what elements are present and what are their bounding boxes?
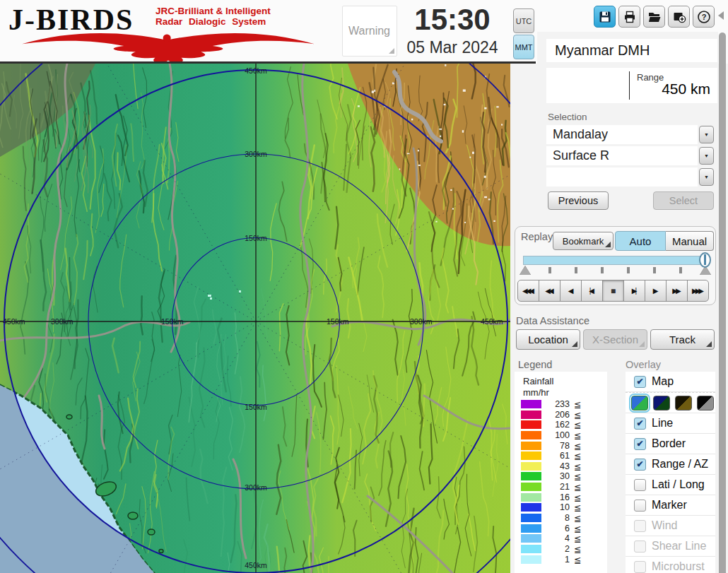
- extra-select-arrow[interactable]: ▼: [699, 168, 714, 186]
- x-section-button[interactable]: X-Section: [583, 329, 647, 350]
- legend-operator: ≦: [574, 524, 581, 534]
- map-style-navy-darkgreen[interactable]: [653, 396, 670, 410]
- site-select[interactable]: Mandalay: [546, 125, 698, 144]
- replay-range-start-marker[interactable]: [519, 266, 531, 275]
- play-reverse-button[interactable]: ◀: [560, 280, 582, 302]
- chevron-down-icon: ▼: [704, 153, 709, 158]
- save-icon: [598, 10, 612, 24]
- overlay-item-line[interactable]: ✔Line: [626, 413, 715, 434]
- warning-button[interactable]: Warning: [342, 6, 397, 57]
- bookmark-button[interactable]: Bookmark: [553, 232, 613, 250]
- open-folder-button[interactable]: [643, 6, 665, 28]
- slider-tick: [679, 267, 682, 273]
- panel-collapse-icon[interactable]: [718, 11, 724, 20]
- overlay-item-range-az[interactable]: ✔Range / AZ: [626, 454, 715, 475]
- legend-operator: ≦: [574, 410, 581, 420]
- fast-rewind-button[interactable]: ◀◀: [539, 280, 560, 302]
- step-forward-button[interactable]: ▶|: [623, 280, 645, 302]
- overlay-label: Overlay: [626, 359, 661, 370]
- legend-row: 162≦: [515, 420, 607, 430]
- image-capture-button[interactable]: [668, 6, 690, 28]
- legend-swatch: [521, 410, 541, 419]
- legend-operator: ≦: [574, 461, 581, 472]
- fastest-forward-button[interactable]: ▶▶▶: [687, 280, 709, 302]
- toolbar: ?: [594, 6, 715, 28]
- overlay-item-label: Border: [652, 437, 686, 450]
- play-button[interactable]: ▶: [645, 280, 667, 302]
- checkbox-icon[interactable]: ✔: [634, 500, 646, 512]
- overlay-item-lati-long[interactable]: ✔Lati / Long: [626, 475, 715, 495]
- checkbox-icon[interactable]: ✔: [634, 540, 646, 553]
- step-back-button[interactable]: |◀: [581, 280, 603, 302]
- site-select-arrow[interactable]: ▼: [699, 126, 714, 143]
- mmt-button[interactable]: MMT: [513, 35, 534, 59]
- checkbox-icon[interactable]: ✔: [634, 459, 646, 471]
- track-button[interactable]: Track: [650, 329, 715, 350]
- extra-select[interactable]: [546, 167, 698, 187]
- svg-text:300km: 300km: [51, 317, 74, 326]
- slider-tick: [653, 267, 656, 273]
- stop-button[interactable]: ■: [602, 280, 624, 302]
- checkbox-icon[interactable]: ✔: [634, 520, 646, 532]
- checkbox-icon[interactable]: ✔: [634, 561, 646, 573]
- legend-value: 100: [543, 430, 570, 440]
- save-button[interactable]: [594, 6, 616, 28]
- checkbox-icon[interactable]: ✔: [634, 479, 646, 491]
- overlay-item-label: Map: [652, 375, 674, 388]
- legend-swatch: [521, 462, 541, 471]
- map-style-black-olive[interactable]: [675, 396, 692, 410]
- overlay-item-shear-line[interactable]: ✔Shear Line: [626, 536, 715, 557]
- legend-value: 16: [543, 492, 570, 502]
- map-style-blue-green[interactable]: [631, 396, 648, 410]
- replay-slider-track[interactable]: [523, 256, 708, 265]
- legend-row: 233≦: [515, 399, 607, 410]
- data-assistance-label: Data Assistance: [516, 315, 589, 326]
- overlay-item-marker[interactable]: ✔Marker: [626, 495, 715, 516]
- legend-value: 10: [543, 502, 570, 512]
- legend-value: 233: [543, 399, 570, 409]
- location-label: Location: [528, 333, 568, 345]
- fastest-rewind-button[interactable]: ◀◀◀: [517, 280, 539, 302]
- product-select[interactable]: Surface R: [546, 146, 698, 165]
- legend-row: 206≦: [515, 410, 607, 420]
- overlay-item-wind[interactable]: ✔Wind: [626, 516, 715, 536]
- overlay-item-microburst[interactable]: ✔Microburst: [626, 557, 715, 573]
- clock: 15:30 05 Mar 2024: [396, 3, 509, 58]
- legend-operator: ≦: [574, 533, 581, 544]
- product-select-arrow[interactable]: ▼: [699, 147, 714, 165]
- chevron-down-icon: ▼: [704, 175, 709, 179]
- overlay-item-map[interactable]: ✔Map: [626, 372, 715, 392]
- svg-text:450km: 450km: [245, 66, 267, 75]
- clock-date: 05 Mar 2024: [396, 37, 509, 58]
- legend-swatch: [521, 503, 541, 512]
- range-label: Range: [637, 72, 664, 83]
- x-section-corner-icon: [639, 341, 645, 347]
- panel-scrollbar[interactable]: [719, 33, 726, 573]
- range-value: 450 km: [662, 81, 710, 98]
- overlay-item-border[interactable]: ✔Border: [626, 434, 715, 454]
- legend-value: 1: [543, 555, 570, 565]
- checkbox-icon[interactable]: ✔: [634, 438, 646, 450]
- help-button[interactable]: ?: [693, 6, 715, 28]
- legend-row: 2≦: [515, 544, 607, 555]
- legend-operator: ≦: [574, 492, 581, 503]
- legend-label: Legend: [518, 359, 552, 370]
- legend-row: 21≦: [515, 482, 607, 492]
- manual-mode-button[interactable]: Manual: [666, 231, 714, 251]
- print-button[interactable]: [618, 6, 640, 28]
- replay-slider-handle[interactable]: [699, 252, 711, 268]
- checkbox-icon[interactable]: ✔: [634, 376, 646, 388]
- map-style-black-gray[interactable]: [697, 396, 714, 410]
- overlay-item-label: Range / AZ: [652, 458, 708, 471]
- radar-map[interactable]: 450km 300km 150km 150km 300km 450km 450k…: [0, 64, 510, 573]
- fast-forward-button[interactable]: ▶▶: [666, 280, 688, 302]
- location-button[interactable]: Location: [516, 329, 580, 350]
- select-button[interactable]: Select: [653, 191, 714, 210]
- legend-row: 16≦: [515, 492, 607, 503]
- utc-button[interactable]: UTC: [513, 8, 534, 33]
- auto-mode-button[interactable]: Auto: [615, 231, 666, 251]
- app-tagline: JRC-Brilliant & Intelligent Radar Dialog…: [155, 6, 271, 27]
- checkbox-icon[interactable]: ✔: [634, 418, 646, 430]
- svg-text:300km: 300km: [410, 317, 433, 326]
- previous-button[interactable]: Previous: [548, 191, 609, 210]
